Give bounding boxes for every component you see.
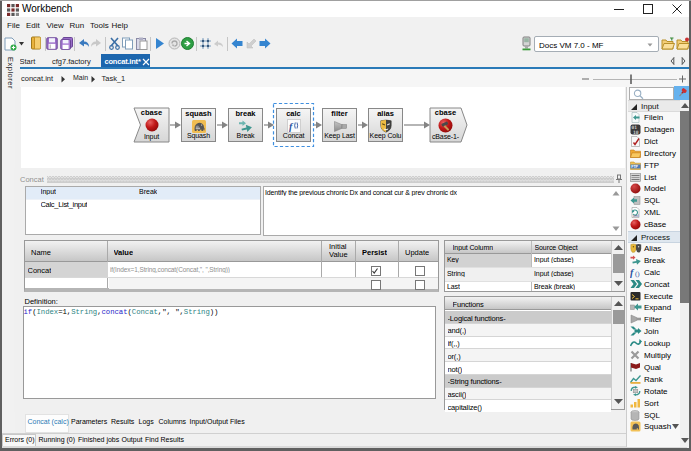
svg-text:10: 10 (633, 129, 639, 134)
svg-text:(): () (635, 269, 640, 277)
svg-text:xml: xml (633, 214, 639, 218)
svg-text:FTP: FTP (631, 164, 638, 168)
